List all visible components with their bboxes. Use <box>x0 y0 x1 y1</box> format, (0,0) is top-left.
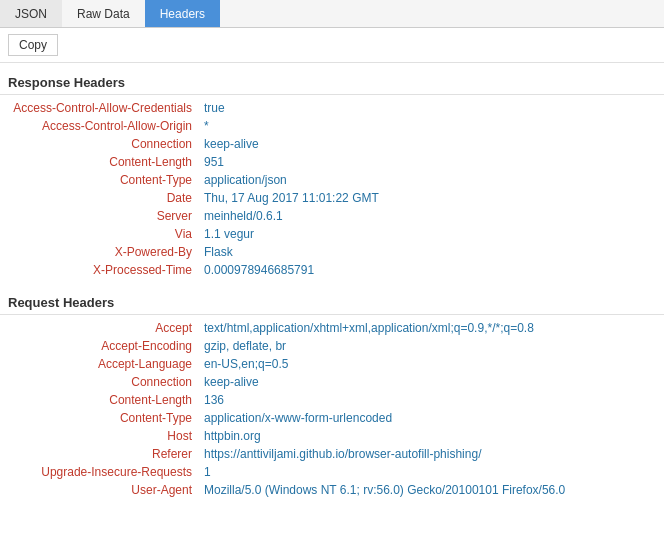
copy-button[interactable]: Copy <box>8 34 58 56</box>
table-row: Connectionkeep-alive <box>0 373 664 391</box>
header-value: 951 <box>200 153 664 171</box>
table-row: Connectionkeep-alive <box>0 135 664 153</box>
header-key: Content-Type <box>0 409 200 427</box>
header-key: X-Powered-By <box>0 243 200 261</box>
header-value: en-US,en;q=0.5 <box>200 355 664 373</box>
header-key: User-Agent <box>0 481 200 499</box>
request-headers-section: Request Headers Accepttext/html,applicat… <box>0 287 664 503</box>
table-row: User-AgentMozilla/5.0 (Windows NT 6.1; r… <box>0 481 664 499</box>
response-headers-content: Access-Control-Allow-CredentialstrueAcce… <box>0 95 664 283</box>
table-row: X-Processed-Time0.000978946685791 <box>0 261 664 279</box>
header-key: Access-Control-Allow-Credentials <box>0 99 200 117</box>
table-row: Content-Typeapplication/json <box>0 171 664 189</box>
table-row: Access-Control-Allow-Credentialstrue <box>0 99 664 117</box>
header-value: 1 <box>200 463 664 481</box>
table-row: Content-Length951 <box>0 153 664 171</box>
header-key: Referer <box>0 445 200 463</box>
request-headers-table: Accepttext/html,application/xhtml+xml,ap… <box>0 319 664 499</box>
header-key: Server <box>0 207 200 225</box>
table-row: DateThu, 17 Aug 2017 11:01:22 GMT <box>0 189 664 207</box>
table-row: Upgrade-Insecure-Requests1 <box>0 463 664 481</box>
response-headers-title: Response Headers <box>0 67 664 95</box>
table-row: Accepttext/html,application/xhtml+xml,ap… <box>0 319 664 337</box>
header-value: true <box>200 99 664 117</box>
header-value: keep-alive <box>200 373 664 391</box>
header-value: Mozilla/5.0 (Windows NT 6.1; rv:56.0) Ge… <box>200 481 664 499</box>
tab-headers[interactable]: Headers <box>145 0 220 27</box>
header-key: Accept <box>0 319 200 337</box>
header-key: Accept-Language <box>0 355 200 373</box>
header-key: Content-Type <box>0 171 200 189</box>
header-key: X-Processed-Time <box>0 261 200 279</box>
header-key: Host <box>0 427 200 445</box>
header-key: Content-Length <box>0 391 200 409</box>
table-row: Content-Typeapplication/x-www-form-urlen… <box>0 409 664 427</box>
header-value: application/x-www-form-urlencoded <box>200 409 664 427</box>
response-headers-table: Access-Control-Allow-CredentialstrueAcce… <box>0 99 664 279</box>
header-key: Upgrade-Insecure-Requests <box>0 463 200 481</box>
request-headers-title: Request Headers <box>0 287 664 315</box>
header-value: 136 <box>200 391 664 409</box>
header-key: Content-Length <box>0 153 200 171</box>
copy-bar: Copy <box>0 28 664 63</box>
table-row: Accept-Encodinggzip, deflate, br <box>0 337 664 355</box>
header-value: text/html,application/xhtml+xml,applicat… <box>200 319 664 337</box>
header-value: 0.000978946685791 <box>200 261 664 279</box>
response-headers-section: Response Headers Access-Control-Allow-Cr… <box>0 67 664 283</box>
table-row: Accept-Languageen-US,en;q=0.5 <box>0 355 664 373</box>
header-key: Connection <box>0 135 200 153</box>
table-row: Servermeinheld/0.6.1 <box>0 207 664 225</box>
header-value: application/json <box>200 171 664 189</box>
header-key: Date <box>0 189 200 207</box>
tab-json[interactable]: JSON <box>0 0 62 27</box>
header-key: Connection <box>0 373 200 391</box>
header-key: Via <box>0 225 200 243</box>
tab-bar: JSON Raw Data Headers <box>0 0 664 28</box>
table-row: X-Powered-ByFlask <box>0 243 664 261</box>
header-value: * <box>200 117 664 135</box>
header-value: Flask <box>200 243 664 261</box>
table-row: Via1.1 vegur <box>0 225 664 243</box>
table-row: Refererhttps://anttiviljami.github.io/br… <box>0 445 664 463</box>
header-key: Accept-Encoding <box>0 337 200 355</box>
header-value: Thu, 17 Aug 2017 11:01:22 GMT <box>200 189 664 207</box>
header-key: Access-Control-Allow-Origin <box>0 117 200 135</box>
header-value: gzip, deflate, br <box>200 337 664 355</box>
header-value: 1.1 vegur <box>200 225 664 243</box>
header-value: keep-alive <box>200 135 664 153</box>
request-headers-content: Accepttext/html,application/xhtml+xml,ap… <box>0 315 664 503</box>
table-row: Hosthttpbin.org <box>0 427 664 445</box>
table-row: Content-Length136 <box>0 391 664 409</box>
header-value: httpbin.org <box>200 427 664 445</box>
table-row: Access-Control-Allow-Origin* <box>0 117 664 135</box>
tab-raw-data[interactable]: Raw Data <box>62 0 145 27</box>
header-value: meinheld/0.6.1 <box>200 207 664 225</box>
header-value: https://anttiviljami.github.io/browser-a… <box>200 445 664 463</box>
